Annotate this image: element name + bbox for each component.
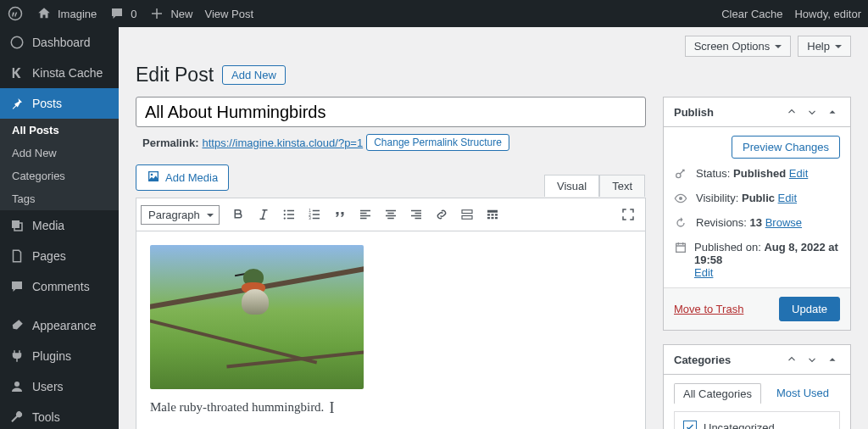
svg-point-2	[14, 382, 19, 387]
move-to-trash-link[interactable]: Move to Trash	[674, 303, 743, 315]
eye-icon	[674, 192, 689, 208]
tab-text[interactable]: Text	[599, 175, 645, 197]
svg-point-0	[9, 8, 22, 20]
toggle-button[interactable]	[825, 352, 840, 367]
quote-button[interactable]	[328, 203, 352, 226]
svg-rect-12	[462, 216, 472, 220]
svg-point-21	[679, 197, 682, 200]
plus-icon	[148, 5, 165, 22]
update-button[interactable]: Update	[779, 297, 840, 321]
checkbox-checked-icon[interactable]	[683, 421, 697, 429]
comments-link[interactable]: 0	[108, 5, 136, 22]
svg-point-20	[676, 173, 681, 177]
publish-title: Publish	[674, 106, 714, 119]
submenu-add-new[interactable]: Add New	[0, 142, 119, 164]
editor: Visual Text Paragraph 123	[136, 198, 646, 429]
media-icon	[147, 170, 160, 186]
sidebar-item-users[interactable]: Users	[0, 371, 119, 402]
svg-point-4	[151, 174, 153, 176]
preview-changes-button[interactable]: Preview Changes	[732, 136, 840, 159]
wordpress-icon	[7, 5, 24, 22]
chevron-down-icon	[207, 214, 214, 220]
clear-cache[interactable]: Clear Cache	[721, 8, 782, 20]
editor-content[interactable]: Male ruby-throated hummingbird.I	[136, 231, 645, 429]
svg-rect-16	[495, 214, 498, 215]
post-title-input[interactable]	[136, 97, 646, 127]
submenu-all-posts[interactable]: All Posts	[0, 119, 119, 142]
comments-count: 0	[131, 8, 136, 20]
toolbar-toggle-button[interactable]	[481, 203, 504, 226]
align-left-button[interactable]	[353, 203, 377, 226]
link-button[interactable]	[430, 203, 453, 226]
edit-date-link[interactable]: Edit	[694, 266, 713, 279]
align-center-button[interactable]	[379, 203, 403, 226]
format-select[interactable]: Paragraph	[141, 205, 220, 225]
sidebar-item-posts[interactable]: Posts	[0, 88, 119, 119]
screen-options-button[interactable]: Screen Options	[685, 36, 792, 57]
edit-status-link[interactable]: Edit	[789, 167, 808, 180]
add-new-button[interactable]: Add New	[222, 65, 286, 85]
pages-icon	[8, 248, 25, 265]
svg-point-5	[283, 209, 285, 211]
svg-rect-19	[495, 217, 498, 219]
media-icon	[8, 217, 25, 234]
sidebar-item-media[interactable]: Media	[0, 210, 119, 241]
submenu-categories[interactable]: Categories	[0, 164, 119, 187]
view-post[interactable]: View Post	[205, 8, 254, 20]
key-icon	[674, 167, 689, 183]
fullscreen-button[interactable]	[616, 203, 640, 226]
new-label: New	[170, 8, 192, 20]
category-item[interactable]: Uncategorized	[683, 421, 831, 429]
submenu-tags[interactable]: Tags	[0, 187, 119, 210]
permalink-url[interactable]: https://imagine.kinsta.cloud/?p=1	[202, 136, 363, 149]
comment-icon	[108, 5, 125, 22]
admin-sidebar: Dashboard Kinsta Cache Posts All Posts A…	[0, 27, 119, 429]
move-up-button[interactable]	[784, 352, 799, 367]
editor-toolbar: Paragraph 123	[136, 198, 645, 231]
tab-visual[interactable]: Visual	[544, 175, 599, 197]
category-list: Uncategorized	[674, 411, 840, 429]
sidebar-item-appearance[interactable]: Appearance	[0, 310, 119, 341]
move-down-button[interactable]	[804, 104, 820, 120]
post-image[interactable]	[150, 245, 364, 389]
posts-submenu: All Posts Add New Categories Tags	[0, 119, 119, 210]
comment-icon	[8, 278, 25, 295]
user-icon	[8, 378, 25, 395]
sidebar-item-tools[interactable]: Tools	[0, 402, 119, 429]
move-up-button[interactable]	[784, 104, 799, 120]
edit-visibility-link[interactable]: Edit	[778, 192, 797, 204]
wp-logo[interactable]	[7, 5, 24, 22]
sidebar-item-comments[interactable]: Comments	[0, 271, 119, 302]
move-down-button[interactable]	[804, 352, 820, 367]
italic-button[interactable]	[252, 203, 275, 226]
categories-box: Categories All Categories Most Used	[663, 344, 851, 429]
toggle-button[interactable]	[825, 104, 840, 120]
categories-title: Categories	[674, 354, 731, 366]
sidebar-item-pages[interactable]: Pages	[0, 241, 119, 271]
site-link[interactable]: Imagine	[36, 5, 97, 22]
add-media-button[interactable]: Add Media	[136, 164, 229, 191]
svg-rect-11	[462, 210, 472, 214]
sidebar-item-kinsta[interactable]: Kinsta Cache	[0, 58, 119, 88]
tab-all-categories[interactable]: All Categories	[674, 383, 761, 404]
plug-icon	[8, 348, 25, 365]
new-content[interactable]: New	[148, 5, 192, 22]
browse-revisions-link[interactable]: Browse	[765, 216, 802, 229]
tab-most-used[interactable]: Most Used	[768, 383, 837, 404]
help-button[interactable]: Help	[798, 36, 851, 57]
admin-bar: Imagine 0 New View Post Clear Cache Howd…	[0, 0, 868, 27]
user-greeting[interactable]: Howdy, editor	[794, 8, 861, 20]
sidebar-item-plugins[interactable]: Plugins	[0, 341, 119, 371]
sidebar-item-dashboard[interactable]: Dashboard	[0, 27, 119, 58]
number-list-button[interactable]: 123	[303, 203, 326, 226]
page-title: Edit Post	[136, 64, 214, 86]
bullet-list-button[interactable]	[277, 203, 301, 226]
wrench-icon	[8, 409, 25, 426]
svg-point-7	[283, 217, 285, 219]
align-right-button[interactable]	[404, 203, 428, 226]
change-permalink-button[interactable]: Change Permalink Structure	[366, 134, 509, 151]
chevron-down-icon	[775, 45, 782, 52]
image-caption: Male ruby-throated hummingbird.	[150, 400, 324, 414]
readmore-button[interactable]	[455, 203, 479, 226]
bold-button[interactable]	[226, 203, 250, 226]
